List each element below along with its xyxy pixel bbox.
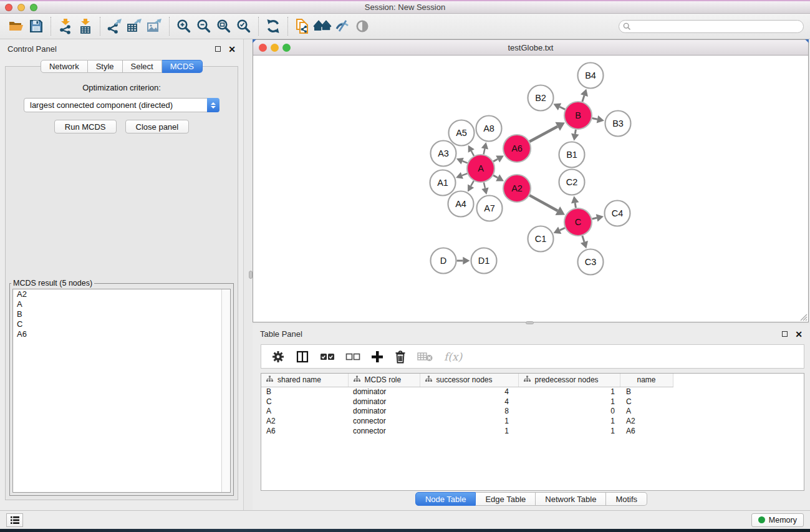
edge-A6-B[interactable] <box>529 127 557 142</box>
search-input[interactable] <box>619 20 804 33</box>
network-vertical-scrollbar[interactable] <box>249 271 253 279</box>
column-header-successor-nodes[interactable]: successor nodes <box>420 374 518 387</box>
export-network-icon[interactable] <box>105 16 125 36</box>
column-header-shared-name[interactable]: shared name <box>261 374 348 387</box>
edge-A-A3[interactable] <box>463 161 468 163</box>
hide-panel-icon[interactable] <box>332 16 352 36</box>
export-table-icon[interactable] <box>125 16 145 36</box>
column-header-predecessor-nodes[interactable]: predecessor nodes <box>518 374 620 387</box>
delete-table-icon[interactable] <box>417 351 433 362</box>
import-table-icon[interactable] <box>75 16 95 36</box>
network-window-titlebar[interactable]: testGlobe.txt <box>253 40 808 56</box>
edge-A-A2[interactable] <box>493 175 498 178</box>
minimize-network-icon[interactable] <box>271 44 279 52</box>
import-network-icon[interactable] <box>55 16 75 36</box>
tab-edge-table[interactable]: Edge Table <box>476 492 536 506</box>
resize-grip-icon[interactable] <box>799 312 808 321</box>
zoom-fit-icon[interactable] <box>214 16 234 36</box>
mcds-result-item[interactable]: A2 <box>13 289 230 299</box>
refresh-icon[interactable] <box>263 16 283 36</box>
network-graph[interactable]: B4B2BB3A8A5A6A3B1AA1C2A2A4A7C4CC1DD1C3 <box>253 56 808 322</box>
zoom-out-icon[interactable] <box>194 16 214 36</box>
tab-style[interactable]: Style <box>88 60 123 73</box>
column-header-MCDS-role[interactable]: MCDS role <box>348 374 420 387</box>
result-scrollbar[interactable] <box>221 289 230 492</box>
edge-C-C3[interactable] <box>582 236 584 242</box>
zoom-selected-icon[interactable] <box>234 16 254 36</box>
edge-B-B4[interactable] <box>582 95 584 102</box>
clone-network-icon[interactable] <box>292 16 312 36</box>
table-panel: Table Panel ✕ <box>253 324 810 510</box>
tab-mcds[interactable]: MCDS <box>162 60 203 73</box>
table-row[interactable]: Adominator80A <box>261 407 673 417</box>
edge-C-C1[interactable] <box>560 228 565 230</box>
tab-network[interactable]: Network <box>41 60 88 73</box>
edge-A-A7[interactable] <box>484 182 485 188</box>
show-panel-icon[interactable] <box>352 16 372 36</box>
memory-button[interactable]: Memory <box>751 513 804 527</box>
toolbar-separator <box>169 17 170 36</box>
node-table[interactable]: shared nameMCDS rolesuccessor nodesprede… <box>261 373 804 491</box>
function-builder-icon[interactable]: f(x) <box>444 351 462 363</box>
close-network-icon[interactable] <box>259 44 267 52</box>
shared-column-icon <box>524 375 531 384</box>
edge-B-B2[interactable] <box>560 107 566 109</box>
edge-C-C4[interactable] <box>592 218 597 219</box>
edge-A-A8[interactable] <box>484 148 485 154</box>
zoom-in-icon[interactable] <box>174 16 194 36</box>
float-panel-icon[interactable] <box>215 46 221 52</box>
mcds-result-list[interactable]: A2ABCA6 <box>12 289 231 493</box>
criterion-dropdown[interactable]: largest connected component (directed) <box>24 98 219 112</box>
tab-network-table[interactable]: Network Table <box>536 492 606 506</box>
tab-node-table[interactable]: Node Table <box>415 492 476 506</box>
edge-C-C2[interactable] <box>575 203 576 208</box>
mcds-result-item[interactable]: B <box>13 309 230 319</box>
node-label-A1: A1 <box>437 178 448 188</box>
save-session-icon[interactable] <box>26 16 46 36</box>
task-history-button[interactable] <box>6 513 23 527</box>
delete-icon[interactable] <box>394 350 407 364</box>
edge-B-B1[interactable] <box>575 130 576 134</box>
minimize-window-icon[interactable] <box>17 4 25 11</box>
maximize-network-icon[interactable] <box>282 44 291 52</box>
table-panel-title: Table Panel <box>260 329 302 339</box>
maximize-window-icon[interactable] <box>30 4 37 11</box>
home-icon[interactable] <box>312 16 332 36</box>
optimization-label: Optimization criterion: <box>6 83 238 92</box>
deselect-all-icon[interactable] <box>345 352 360 361</box>
edge-A2-C[interactable] <box>529 195 557 211</box>
mcds-result-item[interactable]: A6 <box>13 329 230 339</box>
close-window-icon[interactable] <box>5 4 12 11</box>
node-label-B3: B3 <box>612 118 624 128</box>
close-panel-button[interactable]: Close panel <box>125 120 190 133</box>
export-image-icon[interactable] <box>145 16 165 36</box>
add-column-icon[interactable] <box>371 351 383 363</box>
run-mcds-button[interactable]: Run MCDS <box>54 120 117 133</box>
gear-icon[interactable] <box>271 350 285 364</box>
float-table-panel-icon[interactable] <box>782 331 788 337</box>
close-panel-icon[interactable]: ✕ <box>228 46 236 52</box>
tab-select[interactable]: Select <box>123 60 162 73</box>
edge-A-A1[interactable] <box>462 173 468 175</box>
table-row[interactable]: A2connector11A2 <box>261 416 673 426</box>
edge-A-A6[interactable] <box>493 159 498 162</box>
open-file-icon[interactable] <box>6 16 26 36</box>
table-row[interactable]: A6connector11A6 <box>261 426 673 436</box>
node-label-C4: C4 <box>612 208 624 218</box>
node-label-D: D <box>440 256 446 266</box>
mcds-result-item[interactable]: C <box>13 319 230 329</box>
memory-status-icon <box>758 516 765 523</box>
column-icon[interactable] <box>296 350 309 364</box>
edge-A-A4[interactable] <box>471 181 474 186</box>
edge-A-A5[interactable] <box>471 151 474 156</box>
table-row[interactable]: Bdominator41B <box>261 387 673 397</box>
toolbar-separator <box>51 17 51 36</box>
close-table-panel-icon[interactable]: ✕ <box>795 331 803 337</box>
table-row[interactable]: Cdominator41C <box>261 397 673 407</box>
select-all-icon[interactable] <box>320 352 335 361</box>
mcds-result-item[interactable]: A <box>13 299 230 309</box>
window-corner-accent <box>253 39 256 43</box>
column-header-name[interactable]: name <box>620 374 673 387</box>
tab-motifs[interactable]: Motifs <box>606 492 647 506</box>
edge-B-B3[interactable] <box>592 118 597 120</box>
